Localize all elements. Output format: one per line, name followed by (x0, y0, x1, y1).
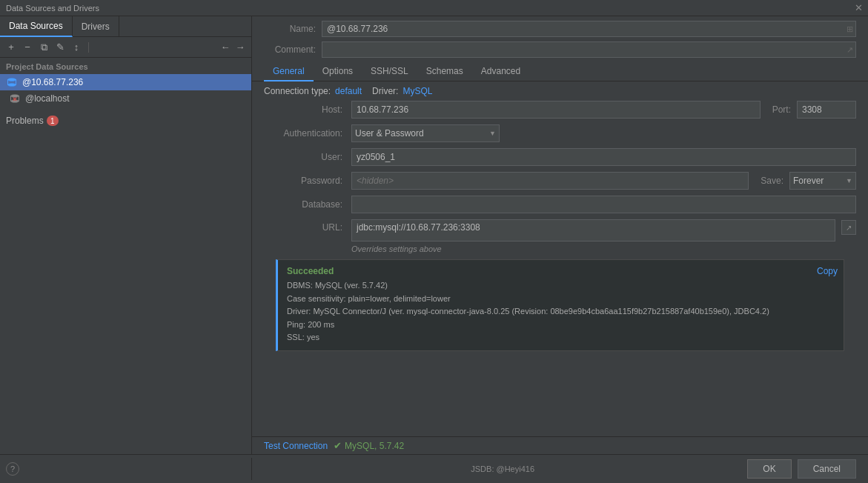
datasource-item-0[interactable]: @10.68.77.236 (0, 74, 251, 90)
comment-row: Comment: ↗ (252, 40, 868, 62)
svg-point-2 (8, 84, 16, 87)
comment-input-icon: ↗ (847, 45, 853, 55)
datasource-name-1: @localhost (25, 93, 70, 104)
save-select-wrapper: Forever (789, 172, 856, 190)
tab-schemas[interactable]: Schemas (417, 62, 472, 81)
user-row: User: (264, 148, 856, 166)
url-label: URL: (264, 219, 345, 233)
database-input[interactable] (351, 196, 856, 213)
auth-label: Authentication: (264, 128, 345, 139)
bottom-bar: Test Connection ✔ MySQL, 5.7.42 (252, 436, 868, 454)
remove-datasource-button[interactable]: − (21, 41, 34, 54)
bottom-right-area: JSDB: @Heyi416 OK Cancel (252, 455, 868, 483)
check-icon: ✔ (334, 440, 342, 451)
password-input[interactable] (351, 172, 749, 190)
dialog-buttons-area: OK Cancel (747, 459, 856, 479)
project-datasources-header: Project Data Sources (0, 58, 251, 74)
name-input[interactable] (322, 21, 856, 37)
name-row: Name: ⊞ (252, 16, 868, 40)
full-bottom: ? JSDB: @Heyi416 OK Cancel (0, 454, 868, 483)
help-button[interactable]: ? (6, 462, 19, 476)
conn-type-prefix: Connection type: (264, 86, 331, 96)
database-label: Database: (264, 199, 345, 210)
database-icon-1 (9, 93, 21, 104)
database-row: Database: (264, 196, 856, 213)
add-datasource-button[interactable]: + (4, 41, 18, 54)
right-panel: Name: ⊞ Comment: ↗ General (252, 16, 868, 454)
driver-prefix: Driver: (372, 86, 398, 96)
datasource-name-0: @10.68.77.236 (22, 77, 83, 87)
name-input-icon: ⊞ (847, 24, 853, 34)
datasource-item-1[interactable]: @localhost (0, 90, 251, 107)
problems-label: Problems (6, 116, 44, 126)
success-panel: Copy Succeeded DBMS: MySQL (ver. 5.7.42)… (276, 259, 844, 351)
main-window: Data Sources and Drivers ✕ Data Sources … (0, 0, 868, 483)
tab-advanced[interactable]: Advanced (472, 62, 529, 81)
status-bar-text: JSDB: @Heyi416 (471, 464, 534, 473)
bottom-left-area: ? (0, 458, 252, 480)
user-label: User: (264, 152, 345, 162)
success-line-1: Case sensitivity: plain=lower, delimited… (287, 293, 835, 306)
left-toolbar: + − ⧉ ✎ ↕ ← (0, 37, 251, 58)
connection-type-row: Connection type: default Driver: MySQL (252, 81, 868, 101)
conn-type-value[interactable]: default (335, 86, 362, 96)
copy-datasource-button[interactable]: ⧉ (37, 41, 50, 54)
name-label: Name: (264, 24, 316, 34)
url-textarea[interactable]: jdbc:mysql://10.68.77.236:3308 (351, 219, 835, 242)
left-tab-bar: Data Sources Drivers (0, 16, 251, 37)
auth-select-wrapper: User & Password (351, 124, 500, 142)
copy-button[interactable]: Copy (817, 266, 838, 276)
title-bar-text: Data Sources and Drivers (6, 4, 99, 13)
url-expand-button[interactable]: ↗ (841, 220, 856, 235)
success-title: Succeeded (287, 266, 835, 276)
problems-section[interactable]: Problems 1 (0, 113, 251, 129)
test-connection-button[interactable]: Test Connection (264, 441, 328, 451)
auth-row: Authentication: User & Password (264, 124, 856, 142)
success-line-4: SSL: yes (287, 331, 835, 344)
forward-button[interactable]: → (233, 41, 247, 54)
test-result: ✔ MySQL, 5.7.42 (334, 440, 404, 451)
save-label: Save: (755, 176, 783, 186)
success-line-2: Driver: MySQL Connector/J (ver. mysql-co… (287, 305, 835, 319)
test-result-text: MySQL, 5.7.42 (345, 441, 404, 451)
host-label: Host: (264, 104, 345, 115)
comment-label: Comment: (264, 44, 316, 55)
tab-options[interactable]: Options (314, 62, 362, 81)
url-row: URL: jdbc:mysql://10.68.77.236:3308 ↗ (264, 219, 856, 242)
password-row: Password: Save: Forever (264, 172, 856, 190)
cancel-button[interactable]: Cancel (798, 459, 856, 479)
problems-badge: 1 (47, 116, 59, 126)
database-icon-0 (6, 76, 18, 88)
overrides-text: Overrides settings above (351, 244, 856, 253)
driver-value[interactable]: MySQL (402, 86, 432, 96)
right-tabs-nav: General Options SSH/SSL Schemas Advanced (252, 62, 868, 81)
edit-datasource-button[interactable]: ✎ (53, 41, 67, 54)
password-label: Password: (264, 176, 345, 186)
port-input[interactable] (797, 101, 856, 119)
host-row: Host: Port: (264, 101, 856, 119)
tab-general[interactable]: General (264, 62, 314, 81)
toolbar-nav: ← → (219, 41, 247, 54)
host-input[interactable] (351, 101, 761, 119)
move-datasource-button[interactable]: ↕ (70, 41, 83, 54)
toolbar-separator (88, 42, 89, 53)
main-area: Data Sources Drivers + − ⧉ ✎ (0, 16, 868, 454)
tab-ssh-ssl[interactable]: SSH/SSL (362, 62, 417, 81)
tab-data-sources[interactable]: Data Sources (0, 16, 73, 37)
user-input[interactable] (351, 148, 856, 166)
left-panel: Data Sources Drivers + − ⧉ ✎ (0, 16, 252, 454)
save-select[interactable]: Forever (789, 172, 856, 190)
comment-input[interactable] (322, 41, 856, 58)
auth-select[interactable]: User & Password (351, 124, 500, 142)
port-label: Port: (766, 104, 791, 115)
title-bar: Data Sources and Drivers ✕ (0, 0, 868, 16)
success-line-0: DBMS: MySQL (ver. 5.7.42) (287, 279, 835, 293)
ok-button[interactable]: OK (747, 459, 791, 479)
tab-drivers[interactable]: Drivers (73, 16, 119, 37)
success-body: DBMS: MySQL (ver. 5.7.42) Case sensitivi… (287, 279, 835, 344)
svg-point-7 (11, 100, 19, 103)
form-body: Host: Port: Authentication: User & Passw… (252, 101, 868, 436)
back-button[interactable]: ← (219, 41, 232, 54)
close-button[interactable]: ✕ (853, 2, 864, 13)
success-line-3: Ping: 200 ms (287, 319, 835, 332)
